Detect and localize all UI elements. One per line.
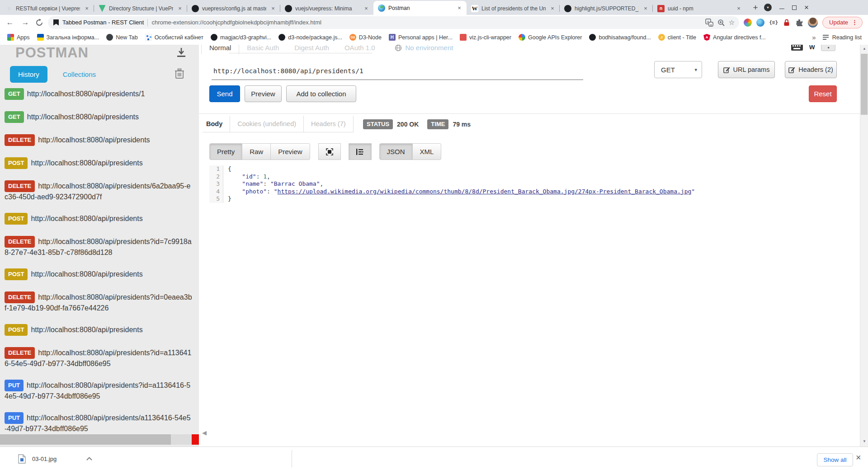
view-tab-preview[interactable]: Preview [271,143,310,160]
browser-tab[interactable]: ♥RESTfull сервіси | Vuepress× [1,2,94,15]
browser-tab[interactable]: Directory Structure | VuePre× [94,2,187,15]
format-tab-xml[interactable]: XML [413,143,442,160]
bookmark-item[interactable]: Jclient - Title [656,33,699,42]
window-close-button[interactable]: × [804,4,809,11]
back-button[interactable]: ← [5,18,15,27]
fullscreen-button[interactable] [318,143,341,160]
browser-menu-icon[interactable]: ⋮ [852,19,858,26]
scroll-down-button[interactable]: ▼ [860,437,868,445]
url-params-button[interactable]: URL params [718,61,775,78]
preview-button[interactable]: Preview [245,85,282,102]
view-tab-pretty[interactable]: Pretty [209,143,242,160]
translate-icon[interactable]: Aa [705,19,713,27]
tab-close-icon[interactable]: × [176,5,184,12]
response-tab-headers-7-[interactable]: Headers (7) [303,116,354,132]
tab-close-icon[interactable]: × [363,5,370,12]
history-item[interactable]: DELETEhttp://localhost:8080/api/presiden… [5,180,193,202]
new-tab-button[interactable]: + [750,3,761,13]
browser-tab[interactable]: WList of presidents of the Un× [467,2,560,15]
tab-search-button[interactable]: ▾ [764,4,772,11]
bookmark-item[interactable]: Apps [5,33,33,42]
bookmark-item[interactable]: D3D3-Node [347,33,384,42]
header-extra-button[interactable]: ▪ [821,45,835,51]
bookmark-item[interactable]: AAngular directives f... [701,33,769,42]
reload-icon[interactable] [35,19,43,27]
browser-tab[interactable]: vuejs/vuepress: Minima× [280,2,373,15]
request-url-input[interactable] [212,62,583,80]
sidebar-hscrollbar[interactable] [0,434,199,445]
scrollbar-thumb[interactable] [861,54,868,115]
browser-tab[interactable]: vuepress/config.js at maste× [187,2,280,15]
download-collection-icon[interactable] [175,47,187,58]
keyboard-icon[interactable] [791,45,803,51]
collections-tab[interactable]: Collections [63,70,96,78]
tab-close-icon[interactable]: × [269,5,277,12]
bookmark-item[interactable]: viz.js-cli-wrapper [457,33,514,42]
history-item[interactable]: DELETEhttp://localhost:8080/api/presiden… [5,291,193,313]
scroll-up-button[interactable]: ▲ [860,45,868,52]
send-button[interactable]: Send [209,85,240,102]
bookmark-item[interactable]: Загальна інформа... [34,33,102,42]
history-item[interactable]: POSThttp://localhost:8080/api/presidents [5,268,193,280]
maximize-button[interactable] [792,5,797,10]
bookmark-item[interactable]: d3-node/package.js... [276,33,345,42]
history-item[interactable]: POSThttp://localhost:8080/api/presidents [5,213,193,225]
bookmark-item[interactable]: Google APIs Explorer [516,33,585,42]
tab-close-icon[interactable]: × [549,5,556,12]
hscroll-thumb[interactable] [0,434,171,445]
history-item[interactable]: DELETEhttp://localhost:8080/api/presiden… [5,347,193,368]
history-item[interactable]: PUThttp://localhost:8080/api/presidents/… [5,412,193,433]
browser-tab[interactable]: nuuid - npm× [653,2,746,15]
browser-tab[interactable]: Postman× [373,1,467,15]
vertical-scrollbar[interactable]: ▲ ▼ [860,45,868,446]
sidebar-collapse-arrow[interactable]: ◀ [202,429,207,436]
extension-lock-icon[interactable] [783,19,791,27]
history-tab[interactable]: History [10,66,47,83]
extension-rainbow-icon[interactable] [744,19,752,27]
profile-avatar[interactable] [808,18,818,28]
minimize-button[interactable] [779,9,784,9]
history-item[interactable]: PUThttp://localhost:8080/api/presidents?… [5,380,193,401]
bookmark-item[interactable]: Особистий кабінет [142,33,206,42]
bookmark-item[interactable]: bodhisatwag/found... [586,33,653,42]
downloads-close-icon[interactable]: × [856,452,861,463]
response-tab-body[interactable]: Body [203,116,230,132]
history-item[interactable]: DELETEhttp://localhost:8080/api/presiden… [5,236,193,257]
zoom-icon[interactable] [717,19,725,27]
environment-selector[interactable]: No environment [395,45,453,54]
bookmarks-overflow-chevron[interactable]: » [807,33,820,41]
browser-tab[interactable]: highlight.js/SUPPORTED_LA× [560,2,653,15]
photo-link[interactable]: https://upload.wikimedia.org/wikipedia/c… [278,188,692,195]
omnibox[interactable]: Tabbed Postman - REST Client chrome-exte… [48,16,739,29]
response-tab-cookies-undefined-[interactable]: Cookies (undefined) [230,116,303,132]
show-all-button[interactable]: Show all [817,453,853,466]
format-tab-json[interactable]: JSON [379,143,413,160]
bookmark-item[interactable]: New Tab [104,33,140,42]
forward-button[interactable]: → [20,18,31,27]
update-button[interactable]: Update ⋮ [822,17,863,28]
method-select[interactable]: GET ▾ [654,61,702,78]
extension-braces-icon[interactable]: {≡} [769,20,778,25]
headers-button[interactable]: Headers (2) [785,61,837,78]
tab-close-icon[interactable]: × [456,5,463,11]
tab-close-icon[interactable]: × [83,5,90,12]
history-item[interactable]: GEThttp://localhost:8080/api/presidents [5,111,193,123]
bookmark-star-icon[interactable]: ☆ [729,19,735,27]
add-to-collection-button[interactable]: Add to collection [286,85,356,102]
w-icon[interactable]: w [809,45,815,51]
download-expand-chevron[interactable] [86,457,92,461]
trash-icon[interactable] [174,68,185,80]
history-item[interactable]: POSThttp://localhost:8080/api/presidents [5,157,193,169]
view-tab-raw[interactable]: Raw [242,143,271,160]
tab-close-icon[interactable]: × [642,5,649,12]
reading-list-button[interactable]: Reading list [822,34,862,41]
download-item[interactable]: 03-01.jpg [18,451,92,467]
extensions-puzzle-icon[interactable] [795,19,803,27]
bookmark-item[interactable]: magjac/d3-graphvi... [208,33,274,42]
history-item[interactable]: POSThttp://localhost:8080/api/presidents [5,324,193,336]
tab-close-icon[interactable]: × [735,5,742,12]
bookmark-item[interactable]: HPersonal apps | Her... [386,33,455,42]
history-item[interactable]: DELETEhttp://localhost:8080/api/presiden… [5,134,193,146]
indent-button[interactable] [349,143,372,160]
extension-globe-icon[interactable] [756,19,764,27]
